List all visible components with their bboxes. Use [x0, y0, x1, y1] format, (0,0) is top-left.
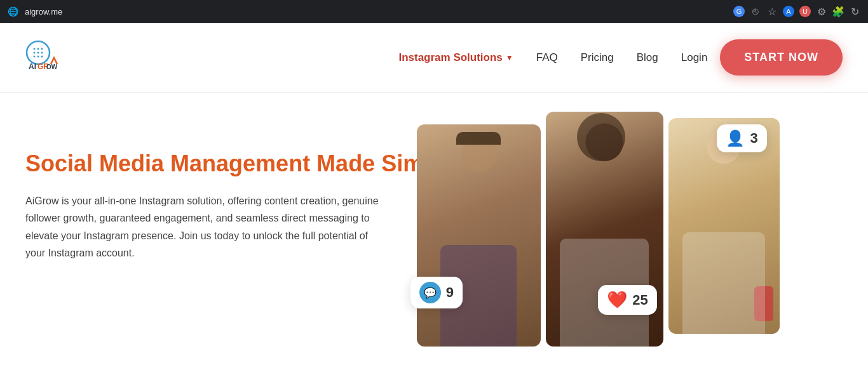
settings-icon[interactable]: ⚙: [816, 6, 827, 17]
chat-bubble-icon: 💬: [419, 282, 441, 303]
browser-icons: G ⎋ ☆ A U ⚙ 🧩 ↻: [733, 6, 860, 17]
hero-images: 💬 9 ❤️ 25 👤: [417, 93, 868, 370]
person-2-card: ❤️ 25: [546, 105, 663, 347]
account-icon[interactable]: A: [783, 6, 794, 17]
svg-point-5: [37, 52, 39, 54]
users-badge: 👤 3: [717, 124, 766, 152]
svg-text:OW: OW: [46, 63, 58, 70]
browser-chrome: 🌐 aigrow.me G ⎋ ☆ A U ⚙ 🧩 ↻: [0, 0, 868, 23]
nav-pricing[interactable]: Pricing: [581, 51, 614, 64]
logo-link[interactable]: AI GR OW: [25, 40, 60, 75]
navbar: AI GR OW Instagram Solutions ▼ FAQ Prici…: [0, 23, 868, 93]
browser-favicon: 🌐: [8, 6, 18, 17]
nav-faq[interactable]: FAQ: [536, 51, 558, 64]
puzzle-icon[interactable]: 🧩: [832, 6, 844, 17]
bookmark-icon[interactable]: ☆: [766, 6, 778, 17]
browser-url: aigrow.me: [25, 7, 727, 17]
google-icon[interactable]: G: [733, 6, 745, 17]
users-count: 3: [750, 130, 757, 147]
svg-point-7: [34, 56, 36, 58]
nav-instagram-solutions[interactable]: Instagram Solutions ▼: [398, 51, 513, 64]
hero-description: AiGrow is your all-in-one Instagram solu…: [25, 192, 381, 261]
chat-badge: 💬 9: [410, 277, 463, 308]
svg-point-9: [41, 56, 43, 58]
svg-point-4: [34, 52, 36, 54]
svg-text:AI: AI: [29, 62, 36, 71]
logo-icon: AI GR OW: [25, 40, 60, 75]
share-icon[interactable]: ⎋: [750, 6, 761, 17]
start-now-button[interactable]: START NOW: [720, 39, 843, 76]
svg-point-3: [41, 48, 43, 50]
nav-login[interactable]: Login: [681, 51, 708, 64]
sync-icon[interactable]: ↻: [849, 6, 860, 17]
svg-point-8: [37, 56, 39, 58]
svg-point-2: [37, 48, 39, 50]
heart-icon: ❤️: [607, 290, 627, 310]
heart-badge: ❤️ 25: [598, 285, 656, 315]
svg-point-6: [41, 52, 43, 54]
svg-point-1: [34, 48, 36, 50]
hero-text: Social Media Management Made Simple! AiG…: [25, 124, 475, 261]
hero-title: Social Media Management Made Simple!: [25, 150, 475, 177]
extension-icon[interactable]: U: [799, 6, 811, 17]
person-1-card: 💬 9: [417, 105, 541, 347]
nav-blog[interactable]: Blog: [637, 51, 658, 64]
chat-count: 9: [446, 284, 454, 301]
heart-count: 25: [632, 292, 648, 308]
dropdown-arrow-icon: ▼: [506, 53, 513, 62]
person-3-card: 👤 3: [668, 105, 780, 334]
hero-section: Social Media Management Made Simple! AiG…: [0, 93, 868, 370]
person-1-image: [417, 124, 541, 347]
users-icon: 👤: [726, 129, 745, 147]
nav-links: Instagram Solutions ▼ FAQ Pricing Blog L…: [398, 51, 707, 64]
